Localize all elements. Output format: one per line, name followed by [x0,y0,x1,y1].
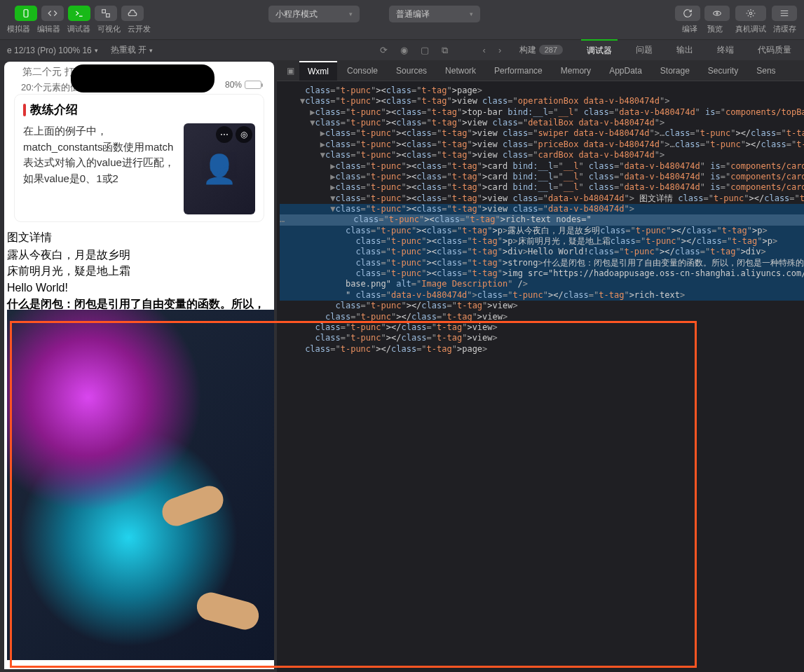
dom-line[interactable]: ▼class="t-punc"><class="t-tag">view clas… [280,96,804,107]
main-area: 第二个元 打印第一 20:个元素的值 80% 教练介绍 在上面的例子中，matc… [0,60,804,672]
tab-sens[interactable]: Sens [748,62,784,80]
dom-line[interactable]: class="t-punc"><class="t-tag">img src="h… [280,268,804,279]
tab-output[interactable]: 输出 [671,40,699,60]
tab-debugger[interactable]: 调试器 [581,39,618,61]
clear-cache-button[interactable] [772,6,797,21]
arrow-next-icon[interactable]: › [498,45,501,55]
device-debug-button[interactable] [735,6,766,21]
more-icon[interactable]: ⋯ [216,126,233,143]
dom-line[interactable]: class="t-punc"><class="t-tag">strong>什么是… [280,258,804,268]
dom-tree[interactable]: class="t-punc"><class="t-tag">page> ▼cla… [277,81,804,672]
preview-label: 预览 [707,24,723,34]
rich-image [7,310,274,660]
svg-rect-1 [102,10,105,13]
dom-line[interactable]: class="t-punc"><class="t-tag">p>床前明月光，疑是… [280,236,804,247]
dom-line[interactable]: class="t-punc"><class="t-tag">page> [280,85,804,96]
devtools-panel: ▣ Wxml Console Sources Network Performan… [277,60,804,672]
dom-line[interactable]: ▶class="t-punc"><class="t-tag">card bind… [280,172,804,182]
debugger-button[interactable] [68,6,90,21]
tab-build[interactable]: 构建 287 [514,40,568,60]
tab-performance[interactable]: Performance [486,62,551,80]
rich-hello: Hello World! [7,280,271,296]
dom-line[interactable]: ▶class="t-punc"><class="t-tag">top-bar b… [280,107,804,118]
second-toolbar: e 12/13 (Pro) 100% 16 ▾ 热重载 开 ▾ ⟳ ◉ ▢ ⧉ … [0,39,804,60]
tab-security[interactable]: Security [700,62,747,80]
dom-line[interactable]: class="t-punc"></class="t-tag">view> [280,322,804,333]
tab-sources[interactable]: Sources [388,62,435,80]
dom-line[interactable]: class="t-punc"></class="t-tag">view> [280,301,804,311]
notch [71,64,214,92]
dom-line[interactable]: ▶class="t-punc"><class="t-tag">card bind… [280,161,804,172]
preview-button[interactable] [704,6,730,21]
tab-storage[interactable]: Storage [652,62,698,80]
dom-line[interactable]: class="t-punc"></class="t-tag">page> [280,344,804,355]
devtools-body: class="t-punc"><class="t-tag">page> ▼cla… [277,81,804,672]
simulator-screen: 第二个元 打印第一 20:个元素的值 80% 教练介绍 在上面的例子中，matc… [4,62,274,669]
rich-p2: 床前明月光，疑是地上霜 [7,263,271,279]
simulator-label: 模拟器 [7,24,30,34]
dom-line[interactable]: ▼class="t-punc"><class="t-tag">view clas… [280,150,804,160]
compile-dropdown-label: 普通编译 [396,8,430,20]
dom-line[interactable]: ▶class="t-punc"><class="t-tag">card bind… [280,182,804,193]
tab-code-quality[interactable]: 代码质量 [752,40,797,60]
svg-rect-2 [106,14,109,18]
card-image: ⋯ ◎ [184,123,255,214]
dom-line[interactable]: ▼class="t-punc"><class="t-tag">view clas… [280,118,804,128]
editor-button[interactable] [41,6,64,21]
dom-line[interactable]: base.png" alt="Image Description" /> [280,279,804,289]
card-text: 在上面的例子中，match_constants函数使用match表达式对输入的v… [23,123,177,214]
chevron-down-icon: ▾ [95,47,98,54]
inspect-icon[interactable]: ▣ [282,66,298,76]
compile-label: 编译 [682,24,697,34]
device-selector[interactable]: e 12/13 (Pro) 100% 16 ▾ [7,46,98,55]
chevron-down-icon: ▾ [349,11,353,18]
visualize-button[interactable] [95,6,117,21]
devtools-tabs: ▣ Wxml Console Sources Network Performan… [277,60,804,81]
dom-line[interactable]: ▼class="t-punc"><class="t-tag">view clas… [280,193,804,204]
tab-console[interactable]: Console [339,62,386,80]
svg-point-5 [749,12,752,15]
dom-line[interactable]: class="t-punc"></class="t-tag">view> [280,312,804,322]
coach-card: 教练介绍 在上面的例子中，match_constants函数使用match表达式… [14,94,264,222]
dom-line[interactable]: class="t-punc"></class="t-tag">view> [280,333,804,343]
cloud-button[interactable] [121,6,144,21]
top-toolbar: 模拟器 编辑器 调试器 可视化 云开发 小程序模式 ▾ 普通编译 ▾ 编译 预览 [0,0,804,39]
arrow-prev-icon[interactable]: ‹ [483,45,486,55]
simulator-button[interactable] [15,6,37,21]
battery-icon [245,81,261,89]
mode-dropdown[interactable]: 小程序模式 ▾ [268,6,360,22]
debugger-label: 调试器 [67,24,90,34]
tool-group-left: 模拟器 编辑器 调试器 可视化 云开发 [7,6,151,34]
tab-memory[interactable]: Memory [552,62,599,80]
chevron-down-icon: ▾ [470,11,473,18]
card-title: 教练介绍 [23,102,255,118]
hot-reload-toggle[interactable]: 热重载 开 ▾ [111,44,153,56]
mode-dropdown-label: 小程序模式 [275,8,318,20]
dom-line[interactable]: class="t-punc"><class="t-tag">p>露从今夜白，月是… [280,226,804,236]
compile-button[interactable] [675,6,700,21]
clear-cache-label: 清缓存 [773,24,796,34]
target-icon[interactable]: ◎ [236,126,252,143]
tab-problems[interactable]: 问题 [630,40,658,60]
dom-line[interactable]: class="t-punc"><class="t-tag">div>Hello … [280,247,804,257]
dom-line[interactable]: ▶class="t-punc"><class="t-tag">view clas… [280,128,804,139]
svg-point-4 [716,13,718,14]
tab-network[interactable]: Network [437,62,484,80]
editor-label: 编辑器 [37,24,60,34]
dom-line[interactable]: ▼class="t-punc"><class="t-tag">view clas… [280,204,804,214]
dom-line[interactable]: … class="t-punc"><class="t-tag">rich-tex… [280,214,804,225]
expand-icon[interactable]: ⧉ [442,45,448,56]
tab-appdata[interactable]: AppData [601,62,650,80]
device-icon[interactable]: ▢ [421,45,429,55]
dom-line[interactable]: " class="data-v-b480474d">class="t-punc"… [280,290,804,301]
refresh-icon[interactable]: ⟳ [380,45,388,55]
cloud-label: 云开发 [128,24,151,34]
right-tools: 编译 预览 真机调试 清缓存 [675,6,797,34]
rich-p1: 露从今夜白，月是故乡明 [7,247,271,263]
tab-terminal[interactable]: 终端 [711,40,740,60]
status-time: 20:个元素的值 [21,81,79,94]
dom-line[interactable]: ▶class="t-punc"><class="t-tag">view clas… [280,139,804,150]
record-icon[interactable]: ◉ [400,45,408,55]
tab-wxml[interactable]: Wxml [299,61,337,81]
compile-dropdown[interactable]: 普通编译 ▾ [389,6,480,22]
